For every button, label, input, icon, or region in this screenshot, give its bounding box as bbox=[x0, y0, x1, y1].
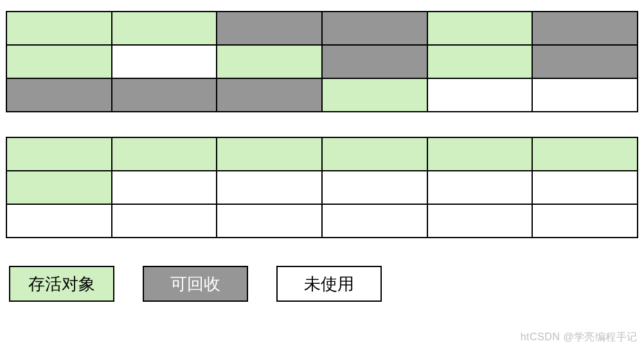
memory-cell bbox=[6, 204, 112, 238]
memory-cell bbox=[427, 44, 533, 79]
legend-alive: 存活对象 bbox=[9, 266, 114, 302]
memory-cell bbox=[532, 11, 638, 46]
memory-cell bbox=[427, 11, 533, 46]
memory-cell bbox=[111, 137, 218, 171]
memory-cell bbox=[216, 11, 323, 46]
legend-unused: 未使用 bbox=[276, 266, 382, 302]
memory-cell bbox=[111, 204, 218, 238]
memory-cell bbox=[427, 137, 533, 171]
memory-cell bbox=[216, 170, 323, 205]
memory-grid-after bbox=[6, 137, 638, 238]
memory-cell bbox=[111, 170, 218, 205]
memory-cell bbox=[111, 78, 218, 112]
memory-cell bbox=[216, 137, 323, 171]
legend-alive-label: 存活对象 bbox=[28, 273, 95, 295]
memory-cell bbox=[6, 137, 112, 171]
memory-cell bbox=[216, 204, 323, 238]
memory-cell bbox=[321, 44, 428, 79]
memory-cell bbox=[321, 137, 428, 171]
memory-cell bbox=[532, 137, 638, 171]
memory-cell bbox=[532, 44, 638, 79]
memory-cell bbox=[111, 11, 218, 46]
memory-cell bbox=[111, 44, 218, 79]
legend-unused-label: 未使用 bbox=[304, 273, 354, 295]
memory-cell bbox=[216, 44, 323, 79]
memory-cell bbox=[321, 11, 428, 46]
memory-cell bbox=[216, 78, 323, 112]
memory-cell bbox=[321, 78, 428, 112]
memory-cell bbox=[427, 204, 533, 238]
memory-grid-before bbox=[6, 12, 638, 112]
memory-cell bbox=[6, 78, 112, 112]
memory-cell bbox=[427, 78, 533, 112]
watermark: htCSDN @学亮编程手记 bbox=[521, 331, 638, 344]
legend-recyclable-label: 可回收 bbox=[170, 273, 220, 295]
memory-cell bbox=[532, 170, 638, 205]
memory-cell bbox=[427, 170, 533, 205]
memory-cell bbox=[321, 204, 428, 238]
memory-cell bbox=[532, 78, 638, 112]
memory-cell bbox=[6, 44, 112, 79]
memory-cell bbox=[532, 204, 638, 238]
memory-cell bbox=[6, 170, 112, 205]
memory-cell bbox=[6, 11, 112, 46]
legend-recyclable: 可回收 bbox=[143, 266, 248, 302]
memory-cell bbox=[321, 170, 428, 205]
legend: 存活对象 可回收 未使用 bbox=[6, 266, 638, 302]
